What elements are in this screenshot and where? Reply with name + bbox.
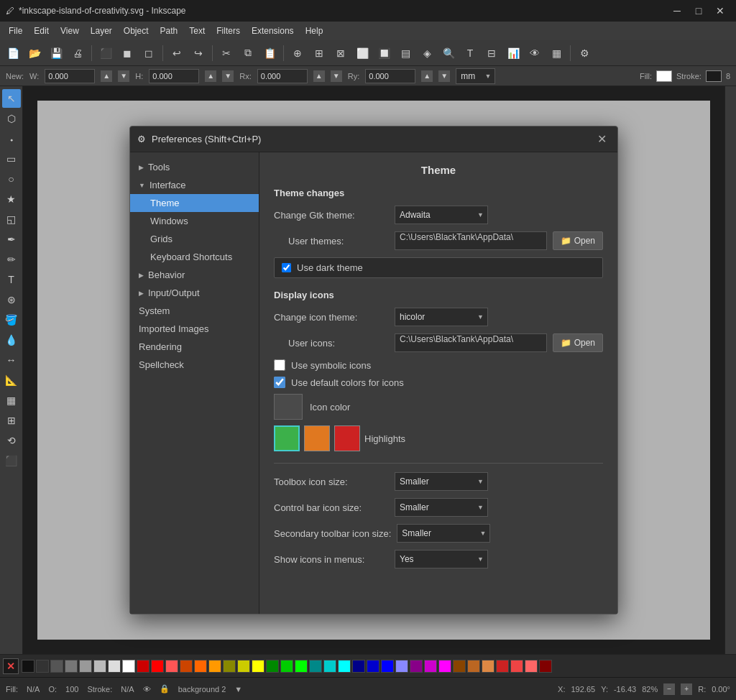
zoom-tool[interactable]: ⬩ [2, 129, 21, 148]
eye-icon[interactable]: 👁 [143, 685, 151, 694]
default-colors-label[interactable]: Use default colors for icons [291, 377, 404, 388]
tb-icon-6[interactable]: ⊠ [331, 43, 351, 63]
pal-yellow[interactable] [252, 660, 264, 673]
tb-icon-5[interactable]: ⊞ [309, 43, 329, 63]
pal-dark-yellow-2[interactable] [237, 660, 250, 673]
palette-none-button[interactable]: ✕ [3, 658, 19, 674]
tb-icon-7[interactable]: ⬜ [352, 43, 372, 63]
toolbox-size-select[interactable]: Smaller Small Normal Large Larger [395, 472, 488, 491]
pal-brown[interactable] [453, 660, 466, 673]
ry-input[interactable] [365, 69, 415, 83]
pal-maroon[interactable] [539, 660, 552, 673]
highlight-red-swatch[interactable] [334, 425, 360, 451]
tb-icon-11[interactable]: 🔍 [438, 43, 459, 63]
pencil-tool[interactable]: ✏ [2, 250, 21, 269]
icon-color-swatch[interactable] [274, 394, 303, 420]
pal-medium-brown[interactable] [467, 660, 480, 673]
menu-path[interactable]: Path [155, 24, 184, 37]
connect-tool[interactable]: ↔ [2, 351, 21, 369]
layer-dropdown-arrow[interactable]: ▼ [234, 685, 242, 694]
nav-spellcheck[interactable]: Spellcheck [130, 356, 259, 374]
nav-input-output[interactable]: ▶ Input/Output [130, 284, 259, 302]
h-down-arrow[interactable]: ▼ [222, 70, 234, 82]
close-button[interactable]: ✕ [710, 4, 730, 18]
undo-button[interactable]: ↩ [167, 43, 187, 63]
cut-button[interactable]: ✂ [216, 43, 236, 63]
rect-tool[interactable]: ▭ [2, 149, 21, 168]
dropper-tool[interactable]: 💧 [2, 331, 21, 349]
tb-icon-9[interactable]: ▤ [395, 43, 415, 63]
user-themes-open-button[interactable]: 📁 Open [553, 231, 603, 250]
mesh-tool[interactable]: ⊞ [2, 411, 21, 430]
default-colors-checkbox[interactable] [274, 377, 285, 388]
menu-file[interactable]: File [3, 24, 28, 37]
pen-tool[interactable]: ✒ [2, 230, 21, 249]
tb-icon-16[interactable]: ▦ [546, 43, 566, 63]
tb-icon-4[interactable]: ⊕ [288, 43, 308, 63]
pal-blue[interactable] [367, 660, 380, 673]
menu-layer[interactable]: Layer [85, 24, 118, 37]
tb-icon-3[interactable]: ◻ [139, 43, 159, 63]
dark-theme-checkbox[interactable] [282, 263, 291, 272]
show-icons-select[interactable]: Yes No [395, 550, 488, 568]
pal-teal[interactable] [323, 660, 336, 673]
pal-light-red[interactable] [165, 660, 178, 673]
pal-tan[interactable] [482, 660, 494, 673]
pal-purple[interactable] [424, 660, 437, 673]
tb-icon-13[interactable]: ⊟ [482, 43, 502, 63]
menu-object[interactable]: Object [118, 24, 155, 37]
pal-dark-teal[interactable] [309, 660, 322, 673]
controlbar-size-select[interactable]: Smaller Small Normal Large Larger [395, 498, 488, 517]
copy-button[interactable]: ⧉ [238, 43, 258, 63]
w-input[interactable] [45, 69, 95, 83]
tb-icon-15[interactable]: 👁 [525, 43, 545, 63]
pal-red[interactable] [151, 660, 164, 673]
pal-dark-blue[interactable] [352, 660, 365, 673]
nav-keyboard-shortcuts[interactable]: Keyboard Shortcuts [130, 248, 259, 266]
symbolic-icons-label[interactable]: Use symbolic icons [291, 360, 371, 371]
redo-button[interactable]: ↪ [188, 43, 208, 63]
ry-down-arrow[interactable]: ▼ [438, 70, 450, 82]
paste-button[interactable]: 📋 [259, 43, 280, 63]
highlight-green-swatch[interactable] [274, 425, 300, 451]
pal-orange[interactable] [194, 660, 207, 673]
nav-system[interactable]: System [130, 302, 259, 320]
node-tool[interactable]: ⬡ [2, 109, 21, 128]
nav-windows[interactable]: Windows [130, 212, 259, 230]
user-icons-open-button[interactable]: 📁 Open [553, 333, 603, 352]
gtk-theme-select[interactable]: Adwaita Default HighContrast [395, 206, 488, 224]
tb-icon-10[interactable]: ◈ [417, 43, 437, 63]
transform-tool[interactable]: ⟲ [2, 431, 21, 450]
rx-up-arrow[interactable]: ▲ [313, 70, 325, 82]
pal-dark-green[interactable] [266, 660, 279, 673]
select-tool[interactable]: ↖ [2, 89, 21, 108]
pal-dark-gray-2[interactable] [50, 660, 63, 673]
pal-bright-green[interactable] [295, 660, 308, 673]
h-up-arrow[interactable]: ▲ [205, 70, 216, 82]
pal-magenta[interactable] [438, 660, 451, 673]
unit-select[interactable]: mm [456, 68, 495, 84]
nav-interface[interactable]: ▼ Interface [130, 176, 259, 194]
pal-rose[interactable] [510, 660, 523, 673]
zoom-in-button[interactable]: + [681, 683, 692, 695]
pal-dark-yellow[interactable] [223, 660, 236, 673]
nav-behavior[interactable]: ▶ Behavior [130, 266, 259, 284]
fill-tool[interactable]: 🪣 [2, 310, 21, 329]
pal-dark-red[interactable] [137, 660, 150, 673]
tb-icon-14[interactable]: 📊 [503, 43, 523, 63]
ry-up-arrow[interactable]: ▲ [421, 70, 433, 82]
open-button[interactable]: 📂 [24, 43, 45, 63]
pal-dark-gray-1[interactable] [36, 660, 49, 673]
nav-imported-images[interactable]: Imported Images [130, 320, 259, 338]
pal-light-gray[interactable] [93, 660, 106, 673]
nav-theme[interactable]: Theme [130, 194, 259, 212]
gradient-tool[interactable]: ▦ [2, 391, 21, 410]
menu-edit[interactable]: Edit [28, 24, 55, 37]
pal-gray[interactable] [79, 660, 92, 673]
circle-tool[interactable]: ○ [2, 170, 21, 188]
lock-icon[interactable]: 🔒 [160, 684, 170, 694]
nav-grids[interactable]: Grids [130, 230, 259, 248]
highlight-orange-swatch[interactable] [304, 425, 330, 451]
menu-help[interactable]: Help [300, 24, 329, 37]
nav-tools[interactable]: ▶ Tools [130, 158, 259, 176]
